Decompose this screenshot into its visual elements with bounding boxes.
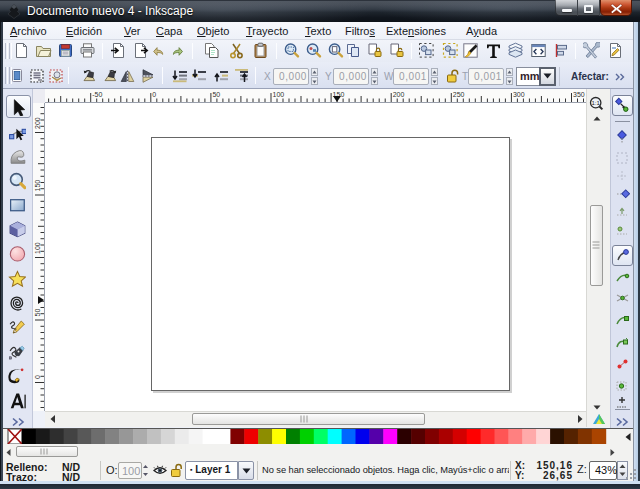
svg-text:250: 250: [453, 91, 465, 98]
svg-text:1:1: 1:1: [592, 100, 601, 106]
svg-text:300: 300: [513, 91, 525, 98]
svg-text:50: 50: [212, 91, 220, 98]
svg-text:50: 50: [34, 309, 41, 317]
svg-text:200: 200: [393, 91, 405, 98]
svg-text:100: 100: [273, 91, 285, 98]
svg-text:0: 0: [152, 91, 156, 98]
svg-text:200: 200: [34, 117, 41, 129]
svg-text:-50: -50: [92, 91, 102, 98]
svg-text:100: 100: [34, 242, 41, 254]
svg-text:0: 0: [34, 375, 41, 379]
svg-text:150: 150: [34, 180, 41, 192]
svg-text:350: 350: [573, 91, 585, 98]
